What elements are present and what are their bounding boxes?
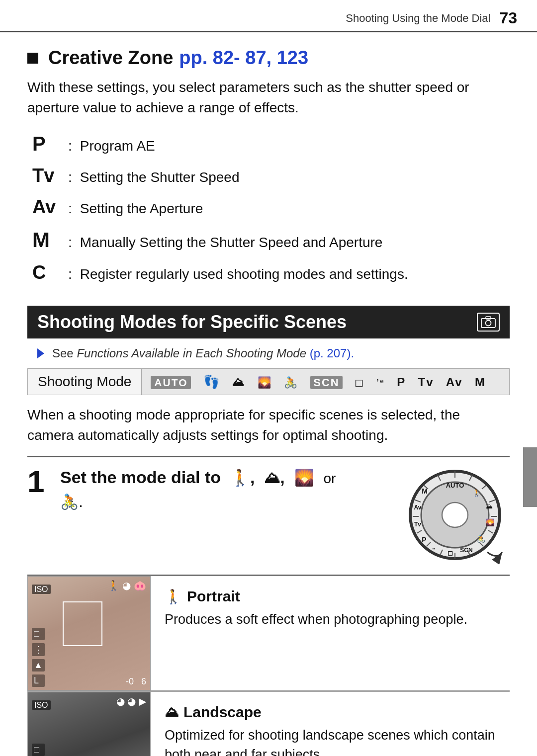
landscape-detail-text: ⛰ Landscape Optimized for shooting lands… bbox=[151, 692, 510, 756]
shooting-modes-section: Shooting Modes for Specific Scenes See F… bbox=[27, 306, 510, 756]
creative-zone-links: pp. 82- 87, 123 bbox=[179, 47, 308, 69]
ref-link: (p. 207). bbox=[310, 346, 354, 360]
mode-letter-av: Av bbox=[32, 193, 68, 221]
dial-svg: AUTO 🚶 ⛰ 🌄 🚴 SCN ◻ " P Tv Av bbox=[403, 468, 507, 565]
svg-text:M: M bbox=[422, 487, 428, 495]
landscape-left-icon1: □ bbox=[32, 744, 45, 756]
svg-point-1 bbox=[486, 321, 491, 326]
svg-text:🌄: 🌄 bbox=[486, 518, 495, 527]
landscape-left-col: □ ⋮ ▲ L bbox=[32, 744, 45, 756]
step-sub-icon: 🚴. bbox=[60, 493, 336, 511]
svg-text:SCN: SCN bbox=[460, 547, 472, 554]
portrait-desc: Produces a soft effect when photographin… bbox=[165, 610, 496, 629]
svg-text:Tv: Tv bbox=[414, 521, 421, 528]
portrait-icons-top: 🚶 ◕ 🐽 bbox=[107, 580, 146, 591]
portrait-title: 🚶 Portrait bbox=[165, 588, 496, 605]
portrait-left-icon4: L bbox=[32, 674, 45, 687]
mode-letter-p: P bbox=[32, 129, 68, 159]
shooting-mode-label: Shooting Mode bbox=[28, 369, 142, 395]
landscape-top-right: ◕ ◕ ▶ bbox=[116, 695, 146, 707]
mode-icons-text: AUTO 👣 ⛰ 🌄 🚴 SCN ◻ ’ᵉ bbox=[151, 376, 486, 389]
page-number: 73 bbox=[499, 9, 517, 27]
main-content: Creative Zone pp. 82- 87, 123 With these… bbox=[0, 47, 537, 756]
iso-badge: ISO bbox=[32, 585, 51, 594]
portrait-photo-overlay: ISO 🚶 ◕ 🐽 □ ⋮ ▲ L bbox=[28, 577, 150, 690]
landscape-desc: Optimized for shooting landscape scenes … bbox=[165, 726, 496, 756]
landscape-photo: ISO ◕ ◕ ▶ □ ⋮ ▲ L bbox=[27, 692, 151, 756]
camera-icon-box bbox=[477, 313, 500, 332]
mode-item-m: M : Manually Setting the Shutter Speed a… bbox=[32, 224, 510, 255]
portrait-top-left: ISO bbox=[32, 580, 51, 595]
portrait-top-right: 🚶 ◕ 🐽 bbox=[107, 580, 146, 591]
mode-desc-p: Program AE bbox=[80, 136, 155, 157]
svg-text:P: P bbox=[422, 536, 426, 544]
face-box bbox=[63, 601, 102, 646]
mode-letter-m: M bbox=[32, 224, 68, 255]
iso-badge-2: ISO bbox=[32, 700, 51, 710]
step-number: 1 bbox=[27, 466, 51, 497]
landscape-mode-section: ISO ◕ ◕ ▶ □ ⋮ ▲ L bbox=[27, 691, 510, 756]
landscape-icon: ⛰ bbox=[165, 704, 179, 720]
portrait-left-icon3: ▲ bbox=[32, 659, 45, 672]
mode-desc-av: Setting the Aperture bbox=[80, 198, 203, 219]
mode-item-p: P : Program AE bbox=[32, 129, 510, 159]
svg-text:🚴: 🚴 bbox=[477, 535, 486, 543]
creative-zone-intro: With these settings, you select paramete… bbox=[27, 78, 510, 118]
portrait-left-col: □ ⋮ ▲ L bbox=[32, 628, 45, 687]
step-body: Set the mode dial to 🚶, ⛰, 🌄 or 🚴. bbox=[60, 466, 510, 566]
header-text: Shooting Using the Mode Dial bbox=[346, 12, 490, 25]
mode-dial-image: AUTO 🚶 ⛰ 🌄 🚴 SCN ◻ " P Tv Av bbox=[400, 466, 510, 566]
mode-desc-tv: Setting the Shutter Speed bbox=[80, 167, 240, 188]
mode-desc-m: Manually Setting the Shutter Speed and A… bbox=[80, 232, 383, 253]
landscape-bottom-row: □ ⋮ ▲ L -0 5 bbox=[32, 744, 146, 756]
portrait-name: Portrait bbox=[187, 588, 240, 605]
svg-text:Av: Av bbox=[414, 504, 422, 511]
step-1-section: 1 Set the mode dial to 🚶, ⛰, 🌄 or bbox=[27, 456, 510, 576]
step-content: Set the mode dial to 🚶, ⛰, 🌄 or 🚴. bbox=[60, 466, 510, 566]
landscape-top-row: ISO ◕ ◕ ▶ bbox=[32, 695, 146, 711]
ref-note-text: See Functions Available in Each Shooting… bbox=[52, 346, 354, 360]
page-header: Shooting Using the Mode Dial 73 bbox=[0, 0, 537, 32]
svg-text:◻: ◻ bbox=[448, 549, 453, 557]
right-tab bbox=[523, 447, 537, 507]
section-title: Shooting Modes for Specific Scenes bbox=[37, 312, 347, 333]
step-title: Set the mode dial to 🚶, ⛰, 🌄 or bbox=[60, 466, 336, 489]
scene-description: When a shooting mode appropriate for spe… bbox=[27, 405, 510, 445]
portrait-top-row: ISO 🚶 ◕ 🐽 bbox=[32, 580, 146, 595]
mode-item-c: C : Register regularly used shooting mod… bbox=[32, 258, 510, 287]
ref-note: See Functions Available in Each Shooting… bbox=[27, 346, 510, 360]
portrait-detail-text: 🚶 Portrait Produces a soft effect when p… bbox=[151, 576, 510, 690]
creative-zone-title: Creative Zone pp. 82- 87, 123 bbox=[27, 47, 510, 69]
portrait-icon: 🚶 bbox=[165, 588, 182, 605]
landscape-name: Landscape bbox=[183, 704, 262, 721]
creative-zone-text: Creative Zone bbox=[48, 47, 173, 69]
mode-letter-tv: Tv bbox=[32, 162, 68, 190]
portrait-left-icon2: ⋮ bbox=[32, 643, 45, 656]
mode-letter-c: C bbox=[32, 258, 68, 287]
svg-point-5 bbox=[442, 503, 468, 527]
landscape-icons-top: ◕ ◕ ▶ bbox=[116, 696, 146, 707]
svg-text:AUTO: AUTO bbox=[446, 482, 464, 489]
shooting-mode-icons: AUTO 👣 ⛰ 🌄 🚴 SCN ◻ ’ᵉ bbox=[142, 369, 509, 395]
black-square-icon bbox=[27, 53, 38, 64]
portrait-mode-section: ISO 🚶 ◕ 🐽 □ ⋮ ▲ L bbox=[27, 576, 510, 690]
camera-icon bbox=[481, 316, 496, 328]
portrait-left-icon1: □ bbox=[32, 628, 45, 640]
step-text-area: Set the mode dial to 🚶, ⛰, 🌄 or 🚴. bbox=[60, 466, 336, 511]
svg-text:⛰: ⛰ bbox=[486, 502, 493, 510]
arrow-right-icon bbox=[37, 348, 44, 358]
mode-desc-c: Register regularly used shooting modes a… bbox=[80, 264, 408, 285]
portrait-shots: 6 bbox=[141, 676, 146, 686]
portrait-photo: ISO 🚶 ◕ 🐽 □ ⋮ ▲ L bbox=[27, 576, 151, 690]
portrait-bottom-right: -0 6 bbox=[126, 676, 146, 687]
ref-italic: Functions Available in Each Shooting Mod… bbox=[77, 346, 306, 360]
svg-rect-2 bbox=[486, 317, 491, 319]
mode-list: P : Program AE Tv : Setting the Shutter … bbox=[32, 129, 510, 287]
svg-text:": " bbox=[432, 547, 435, 554]
step-header: 1 Set the mode dial to 🚶, ⛰, 🌄 or bbox=[27, 466, 510, 566]
mode-item-av: Av : Setting the Aperture bbox=[32, 193, 510, 221]
mode-item-tv: Tv : Setting the Shutter Speed bbox=[32, 162, 510, 190]
portrait-exposure: -0 bbox=[126, 676, 134, 686]
landscape-photo-overlay: ISO ◕ ◕ ▶ □ ⋮ ▲ L bbox=[28, 692, 150, 756]
shooting-mode-row: Shooting Mode AUTO 👣 ⛰ 🌄 🚴 SCN ◻ bbox=[27, 368, 510, 395]
